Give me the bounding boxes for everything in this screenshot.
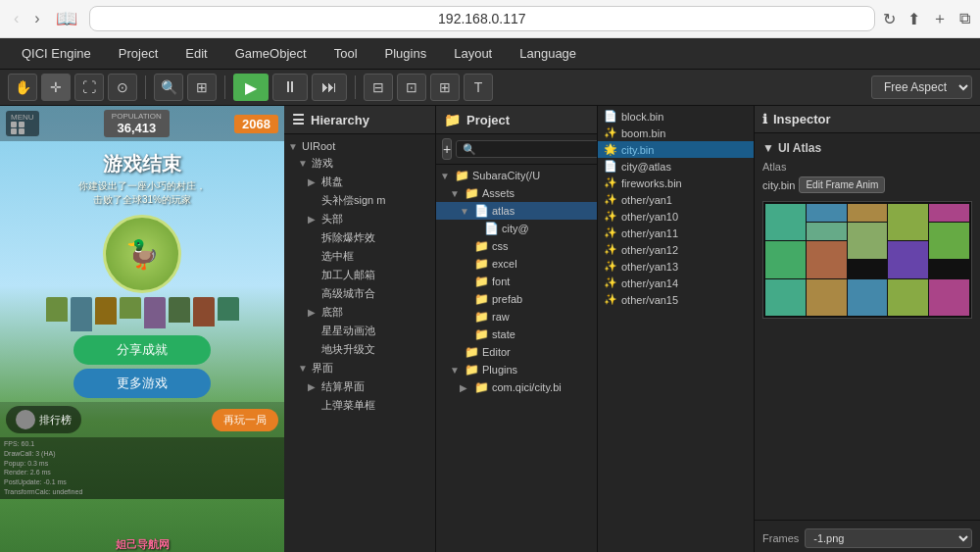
grid-tool-button[interactable]: ⊞ (187, 74, 217, 101)
toolbar-right: Free Aspect (871, 75, 972, 99)
frames-select[interactable]: -1.png (805, 528, 972, 548)
fb-item-yan11[interactable]: ✨ other/yan11 (598, 225, 754, 241)
menu-edit[interactable]: Edit (172, 38, 220, 69)
fb-item-fireworks-bin[interactable]: ✨ fireworks.bin (598, 175, 754, 191)
forward-button[interactable]: › (30, 8, 43, 29)
tree-item-head-offset[interactable]: 头补偿sign m (284, 191, 435, 210)
fb-item-block-bin[interactable]: 📄 block.bin (598, 108, 754, 125)
tree-item-popup[interactable]: 上弹菜单框 (284, 396, 435, 415)
circle-tool-button[interactable]: ⊙ (108, 74, 137, 101)
section-arrow: ▼ (762, 141, 774, 155)
tree-item-mail[interactable]: 加工人邮箱 (284, 266, 435, 284)
reload-button[interactable]: ↻ (883, 10, 896, 28)
share-button-game[interactable]: 分享成就 (74, 335, 211, 365)
menu-plugins[interactable]: Plugins (371, 38, 441, 69)
file-city-at[interactable]: 📄 city@ (436, 220, 597, 237)
aspect-select[interactable]: Free Aspect (871, 75, 972, 99)
fb-item-van15[interactable]: ✨ other/van15 (598, 291, 754, 308)
hand-tool-button[interactable]: ✋ (8, 74, 37, 101)
text-tool-button[interactable]: T (464, 74, 493, 101)
tree-item-head[interactable]: ▶ 头部 (284, 210, 435, 228)
sprite-cell-2 (807, 204, 847, 222)
file-subaracityU[interactable]: ▼ 📁 SubaraCity(/U (436, 167, 597, 184)
tree-item-settlement[interactable]: ▶ 结算界面 (284, 377, 435, 396)
project-search-input[interactable] (456, 140, 598, 158)
sprite-cell-1 (765, 204, 806, 240)
menu-project[interactable]: Project (105, 38, 172, 69)
file-editor[interactable]: 📁 Editor (436, 343, 597, 361)
project-add-button[interactable]: + (442, 138, 452, 160)
tabs-button[interactable]: ⧉ (959, 10, 970, 27)
year-value: 2068 (242, 117, 270, 131)
fb-item-yan14[interactable]: ✨ other/yan14 (598, 275, 754, 291)
tree-item-stars[interactable]: 星星动画池 (284, 322, 435, 340)
game-overlay: MENU POPULATION 36,413 2068 (0, 106, 284, 552)
menu-language[interactable]: Language (506, 38, 590, 69)
game-title-area: 游戏结束 你建设出了一座小巧的村庄，击败了全球31%的玩家 (0, 141, 284, 211)
tree-item-ui[interactable]: ▼ 界面 (284, 359, 435, 377)
project-file-tree[interactable]: ▼ 📁 SubaraCity(/U ▼ 📁 Assets ▼ 📄 atlas 📄… (436, 165, 597, 552)
label-atlas: atlas (492, 205, 593, 217)
file-com-qici[interactable]: ▶ 📁 com.qici/city.bi (436, 378, 597, 396)
tree-item-chessboard[interactable]: ▶ 棋盘 (284, 173, 435, 191)
icon-prefab: 📁 (474, 292, 489, 306)
file-excel[interactable]: 📁 excel (436, 255, 597, 273)
label-uiroot: UIRoot (302, 140, 435, 152)
step-button[interactable]: ⏭ (312, 74, 347, 101)
edit-frame-anim-button[interactable]: Edit Frame Anim (799, 176, 885, 193)
file-raw[interactable]: 📁 raw (436, 308, 597, 326)
label-subara: SubaraCity(/U (472, 170, 593, 181)
file-font[interactable]: 📁 font (436, 273, 597, 290)
fb-label-yan11: other/yan11 (621, 227, 748, 239)
fb-item-yan1[interactable]: ✨ other/yan1 (598, 191, 754, 208)
tree-item-uiroot[interactable]: ▼ UIRoot (284, 138, 435, 154)
layout-btn-2[interactable]: ⊡ (397, 74, 426, 101)
fb-item-yan12[interactable]: ✨ other/yan12 (598, 241, 754, 258)
back-button[interactable]: ‹ (10, 8, 23, 29)
url-bar[interactable]: 192.168.0.117 (89, 6, 875, 31)
duck-badge: 🦆 (103, 215, 181, 293)
file-css[interactable]: 📁 css (436, 237, 597, 255)
fb-item-yan13[interactable]: ✨ other/yan13 (598, 258, 754, 275)
layout-btn-3[interactable]: ⊞ (430, 74, 460, 101)
play-button[interactable]: ▶ (233, 74, 269, 101)
file-browser-list[interactable]: 📄 block.bin ✨ boom.bin 🌟 city.bin 📄 city… (598, 106, 754, 552)
menu-tool[interactable]: Tool (320, 38, 371, 69)
tree-item-select-box[interactable]: 选中框 (284, 247, 435, 266)
tree-item-advanced-city[interactable]: 高级城市合 (284, 284, 435, 303)
tree-item-upgrade[interactable]: 地块升级文 (284, 340, 435, 359)
file-plugins[interactable]: ▼ 📁 Plugins (436, 361, 597, 378)
fb-item-yan10[interactable]: ✨ other/yan10 (598, 208, 754, 225)
replay-button[interactable]: 再玩一局 (212, 409, 278, 431)
search-tool-button[interactable]: 🔍 (154, 74, 183, 101)
pause-button[interactable]: ⏸ (272, 74, 308, 101)
new-tab-button[interactable]: ＋ (932, 9, 948, 29)
move-tool-button[interactable]: ✛ (41, 74, 71, 101)
menu-layout[interactable]: Layout (440, 38, 506, 69)
file-state[interactable]: 📁 state (436, 326, 597, 343)
fb-item-boom-bin[interactable]: ✨ boom.bin (598, 125, 754, 141)
label-raw: raw (492, 311, 593, 323)
share-button[interactable]: ⬆ (907, 10, 920, 28)
tree-item-explode[interactable]: 拆除爆炸效 (284, 228, 435, 247)
sprite-cell-11 (888, 241, 928, 277)
file-assets[interactable]: ▼ 📁 Assets (436, 184, 597, 202)
more-games-button[interactable]: 更多游戏 (74, 369, 211, 398)
tree-item-bottom[interactable]: ▶ 底部 (284, 303, 435, 322)
fb-item-city-atlas[interactable]: 📄 city@atlas (598, 158, 754, 175)
layout-btn-1[interactable]: ⊟ (364, 74, 393, 101)
game-menu-icon[interactable]: MENU (6, 111, 39, 136)
icon-assets: 📁 (465, 186, 479, 200)
arrow-bottom: ▶ (308, 307, 319, 318)
label-mail: 加工人邮箱 (321, 268, 435, 282)
ranking-button[interactable]: 排行榜 (6, 406, 81, 433)
fb-item-city-bin[interactable]: 🌟 city.bin (598, 141, 754, 158)
rect-tool-button[interactable]: ⛶ (74, 74, 104, 101)
hierarchy-tree[interactable]: ▼ UIRoot ▼ 游戏 ▶ 棋盘 头补偿sign m ▶ 头部 拆除爆炸效 (284, 134, 435, 552)
tree-item-game[interactable]: ▼ 游戏 (284, 154, 435, 173)
menu-gameobject[interactable]: GameObject (221, 38, 320, 69)
file-atlas[interactable]: ▼ 📄 atlas (436, 202, 597, 220)
project-title: Project (466, 113, 510, 127)
file-prefab[interactable]: 📁 prefab (436, 290, 597, 308)
menu-qici-engine[interactable]: QICI Engine (8, 38, 105, 69)
